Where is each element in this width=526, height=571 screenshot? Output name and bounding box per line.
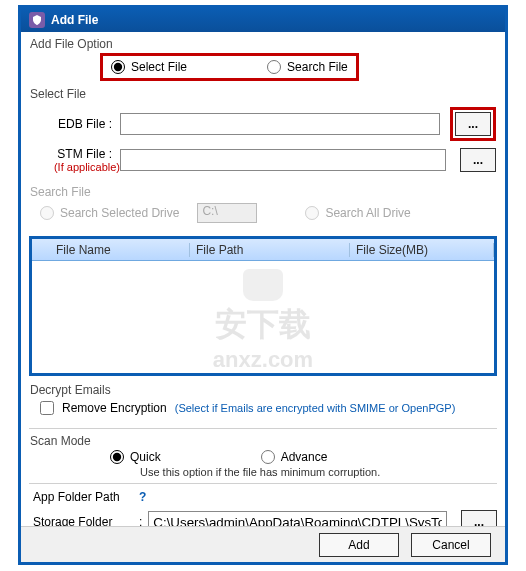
stm-row: STM File : (If applicable) ... <box>30 147 496 173</box>
add-file-option-group: Add File Option Select File Search File <box>29 36 497 82</box>
select-file-group: Select File EDB File : ... STM File : (I… <box>29 86 497 180</box>
add-button[interactable]: Add <box>319 533 399 557</box>
search-row: Search Selected Drive C:\ Search All Dri… <box>40 203 496 223</box>
scan-radio-row: Quick Advance <box>110 450 496 464</box>
select-file-radio-input[interactable] <box>111 60 125 74</box>
edb-input[interactable] <box>120 113 440 135</box>
search-file-title: Search File <box>30 185 496 199</box>
select-file-title: Select File <box>30 87 496 101</box>
advance-label: Advance <box>281 450 328 464</box>
select-file-radio-label: Select File <box>131 60 187 74</box>
remove-encryption-label: Remove Encryption <box>62 401 167 415</box>
table-header: File Name File Path File Size(MB) <box>32 239 494 261</box>
stm-note: (If applicable) <box>54 161 120 173</box>
search-all-radio-input <box>305 206 319 220</box>
search-file-radio-input[interactable] <box>267 60 281 74</box>
scan-mode-group: Scan Mode Quick Advance Use this option … <box>29 433 497 479</box>
table-col-filepath[interactable]: File Path <box>190 243 350 257</box>
cancel-button[interactable]: Cancel <box>411 533 491 557</box>
app-folder-help-icon[interactable]: ? <box>139 490 146 504</box>
window-title: Add File <box>51 13 98 27</box>
advance-radio[interactable]: Advance <box>261 450 328 464</box>
search-file-group: Search File Search Selected Drive C:\ Se… <box>29 184 497 232</box>
watermark-text1: 安下载 <box>215 303 311 347</box>
table-col-filesize[interactable]: File Size(MB) <box>350 243 494 257</box>
search-selected-label: Search Selected Drive <box>60 206 179 220</box>
bottom-bar: Add Cancel <box>21 526 505 562</box>
search-selected-radio: Search Selected Drive <box>40 206 179 220</box>
decrypt-group: Decrypt Emails Remove Encryption (Select… <box>29 382 497 424</box>
file-table: File Name File Path File Size(MB) 安下载 an… <box>29 236 497 376</box>
quick-radio[interactable]: Quick <box>110 450 161 464</box>
search-file-radio-label: Search File <box>287 60 348 74</box>
separator-2 <box>29 483 497 484</box>
watermark: 安下载 anxz.com <box>32 269 494 373</box>
app-folder-row: App Folder Path ? <box>29 490 497 504</box>
table-col-filename[interactable]: File Name <box>50 243 190 257</box>
search-all-label: Search All Drive <box>325 206 410 220</box>
decrypt-row: Remove Encryption (Select if Emails are … <box>40 401 496 415</box>
select-file-radio[interactable]: Select File <box>111 60 187 74</box>
edb-browse-button[interactable]: ... <box>455 112 491 136</box>
option-radio-row: Select File Search File <box>30 53 496 81</box>
separator <box>29 428 497 429</box>
add-file-window: Add File Add File Option Select File Sea… <box>18 5 508 565</box>
remove-encryption-checkbox[interactable] <box>40 401 54 415</box>
watermark-shield-icon <box>243 269 283 301</box>
edb-label: EDB File : <box>40 117 120 131</box>
decrypt-hint: (Select if Emails are encrypted with SMI… <box>175 402 456 414</box>
titlebar: Add File <box>21 8 505 32</box>
watermark-text2: anxz.com <box>213 347 313 373</box>
content: Add File Option Select File Search File … <box>21 32 505 534</box>
scan-note: Use this option if the file has minimum … <box>140 466 496 478</box>
drive-select: C:\ <box>197 203 257 223</box>
stm-label: STM File : <box>40 147 120 161</box>
search-selected-radio-input <box>40 206 54 220</box>
edb-browse-highlight: ... <box>450 107 496 141</box>
stm-browse-button[interactable]: ... <box>460 148 496 172</box>
app-folder-label: App Folder Path <box>29 490 139 504</box>
advance-radio-input[interactable] <box>261 450 275 464</box>
stm-input[interactable] <box>120 149 446 171</box>
app-icon <box>29 12 45 28</box>
quick-label: Quick <box>130 450 161 464</box>
decrypt-title: Decrypt Emails <box>30 383 496 397</box>
scan-mode-title: Scan Mode <box>30 434 496 448</box>
search-file-radio[interactable]: Search File <box>267 60 348 74</box>
add-file-option-title: Add File Option <box>30 37 496 51</box>
search-all-radio: Search All Drive <box>305 206 410 220</box>
option-highlight: Select File Search File <box>100 53 359 81</box>
edb-row: EDB File : ... <box>30 107 496 141</box>
quick-radio-input[interactable] <box>110 450 124 464</box>
